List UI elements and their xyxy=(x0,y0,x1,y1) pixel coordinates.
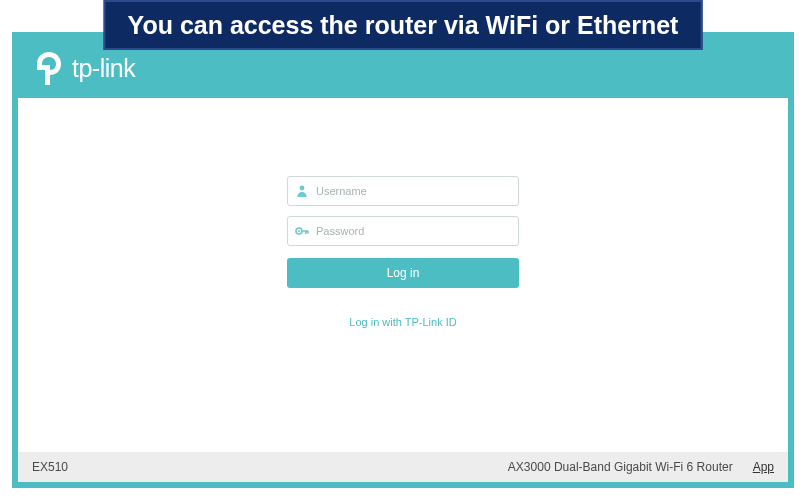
user-icon xyxy=(288,184,316,198)
username-input-group xyxy=(287,176,519,206)
footer-app-link[interactable]: App xyxy=(753,460,774,474)
tplink-logo-icon xyxy=(34,50,64,86)
footer-model: EX510 xyxy=(32,460,68,474)
password-input[interactable] xyxy=(316,217,518,245)
brand-logo: tp-link xyxy=(34,50,135,86)
svg-point-2 xyxy=(298,230,300,232)
svg-point-0 xyxy=(300,186,305,191)
login-button[interactable]: Log in xyxy=(287,258,519,288)
footer-bar: EX510 AX3000 Dual-Band Gigabit Wi-Fi 6 R… xyxy=(18,452,788,482)
key-icon xyxy=(288,225,316,237)
router-admin-panel: tp-link xyxy=(12,32,794,488)
footer-product-name: AX3000 Dual-Band Gigabit Wi-Fi 6 Router xyxy=(508,460,733,474)
password-input-group xyxy=(287,216,519,246)
instruction-callout: You can access the router via WiFi or Et… xyxy=(104,0,703,50)
login-form: Log in Log in with TP-Link ID xyxy=(18,98,788,328)
brand-name: tp-link xyxy=(72,54,135,83)
username-input[interactable] xyxy=(316,177,518,205)
tplink-id-login-link[interactable]: Log in with TP-Link ID xyxy=(349,316,456,328)
